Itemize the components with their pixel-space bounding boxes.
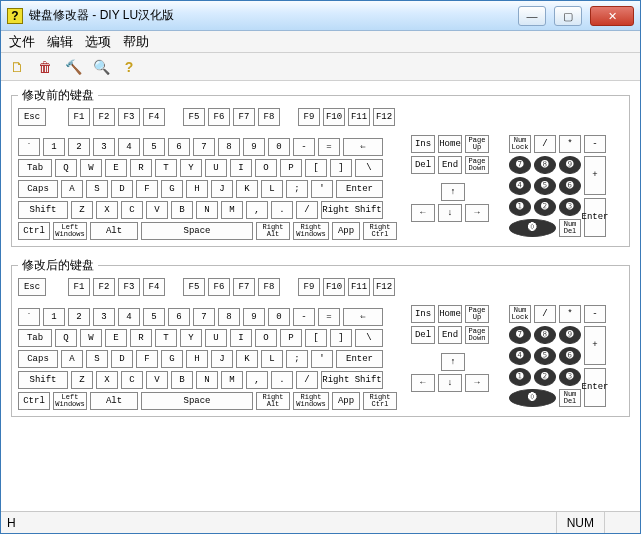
maximize-button[interactable]: ▢ [554,6,582,26]
key-h[interactable]: H [186,180,208,198]
menu-help[interactable]: 帮助 [123,33,149,51]
key-n1[interactable]: 1 [43,308,65,326]
key-lshift[interactable]: Shift [18,201,68,219]
key-np3[interactable]: ➌ [559,198,581,216]
key-end[interactable]: End [438,156,462,174]
key-n6[interactable]: 6 [168,308,190,326]
key-np6[interactable]: ➏ [559,347,581,365]
key-np9[interactable]: ➒ [559,156,581,174]
key-f10[interactable]: F10 [323,278,345,296]
key-equals[interactable]: = [318,308,340,326]
key-minus[interactable]: - [293,138,315,156]
key-right[interactable]: → [465,204,489,222]
key-f1[interactable]: F1 [68,278,90,296]
key-f6[interactable]: F6 [208,278,230,296]
key-down[interactable]: ↓ [438,204,462,222]
key-n5[interactable]: 5 [143,138,165,156]
key-lalt[interactable]: Alt [90,222,138,240]
close-button[interactable]: ✕ [590,6,634,26]
key-npsub[interactable]: - [584,135,606,153]
key-f9[interactable]: F9 [298,278,320,296]
key-n1[interactable]: 1 [43,138,65,156]
key-lshift[interactable]: Shift [18,371,68,389]
key-npdiv[interactable]: / [534,305,556,323]
key-np1[interactable]: ➊ [509,368,531,386]
key-f1[interactable]: F1 [68,108,90,126]
key-n9[interactable]: 9 [243,308,265,326]
key-y[interactable]: Y [180,159,202,177]
key-rshift[interactable]: Right Shift [321,371,383,389]
key-q[interactable]: Q [55,329,77,347]
key-equals[interactable]: = [318,138,340,156]
key-rctrl[interactable]: RightCtrl [363,222,397,240]
tool-help-icon[interactable]: ? [119,57,139,77]
key-p[interactable]: P [280,159,302,177]
key-numlk[interactable]: NumLock [509,305,531,323]
key-ins[interactable]: Ins [411,135,435,153]
key-v[interactable]: V [146,201,168,219]
key-n6[interactable]: 6 [168,138,190,156]
key-n4[interactable]: 4 [118,138,140,156]
key-f[interactable]: F [136,350,158,368]
menu-options[interactable]: 选项 [85,33,111,51]
key-np6[interactable]: ➏ [559,177,581,195]
key-u[interactable]: U [205,329,227,347]
key-rshift[interactable]: Right Shift [321,201,383,219]
key-app[interactable]: App [332,392,360,410]
key-npadd[interactable]: + [584,156,606,195]
key-w[interactable]: W [80,329,102,347]
key-f8[interactable]: F8 [258,108,280,126]
key-np1[interactable]: ➊ [509,198,531,216]
key-c[interactable]: C [121,371,143,389]
key-space[interactable]: Space [141,222,253,240]
key-s[interactable]: S [86,350,108,368]
tool-build-icon[interactable]: 🔨 [63,57,83,77]
key-f6[interactable]: F6 [208,108,230,126]
key-enter[interactable]: Enter [336,180,383,198]
key-tab[interactable]: Tab [18,159,52,177]
key-lb[interactable]: [ [305,159,327,177]
key-f4[interactable]: F4 [143,278,165,296]
key-semi[interactable]: ; [286,180,308,198]
key-np7[interactable]: ➐ [509,156,531,174]
key-f7[interactable]: F7 [233,278,255,296]
key-c[interactable]: C [121,201,143,219]
key-numlk[interactable]: NumLock [509,135,531,153]
key-b[interactable]: B [171,371,193,389]
key-n3[interactable]: 3 [93,308,115,326]
key-f12[interactable]: F12 [373,108,395,126]
key-ralt[interactable]: RightAlt [256,392,290,410]
tool-zoom-icon[interactable]: 🔍 [91,57,111,77]
key-period[interactable]: . [271,371,293,389]
key-nn[interactable]: N [196,201,218,219]
key-home[interactable]: Home [438,135,462,153]
key-l[interactable]: L [261,350,283,368]
key-up[interactable]: ↑ [441,183,465,201]
key-f3[interactable]: F3 [118,108,140,126]
key-i[interactable]: I [230,329,252,347]
key-npent[interactable]: Enter [584,198,606,237]
key-f5[interactable]: F5 [183,278,205,296]
key-pgdn[interactable]: PageDown [465,326,489,344]
key-np8[interactable]: ➑ [534,326,556,344]
key-rctrl[interactable]: RightCtrl [363,392,397,410]
key-g[interactable]: G [161,350,183,368]
key-np2[interactable]: ➋ [534,198,556,216]
key-app[interactable]: App [332,222,360,240]
key-z[interactable]: Z [71,371,93,389]
key-n2[interactable]: 2 [68,138,90,156]
key-b[interactable]: B [171,201,193,219]
key-semi[interactable]: ; [286,350,308,368]
key-left[interactable]: ← [411,204,435,222]
key-npsub[interactable]: - [584,305,606,323]
menu-edit[interactable]: 编辑 [47,33,73,51]
key-n7[interactable]: 7 [193,138,215,156]
key-lalt[interactable]: Alt [90,392,138,410]
key-n3[interactable]: 3 [93,138,115,156]
key-n2[interactable]: 2 [68,308,90,326]
key-quote[interactable]: ' [311,180,333,198]
key-f5[interactable]: F5 [183,108,205,126]
key-lctrl[interactable]: Ctrl [18,392,50,410]
key-down[interactable]: ↓ [438,374,462,392]
key-np8[interactable]: ➑ [534,156,556,174]
